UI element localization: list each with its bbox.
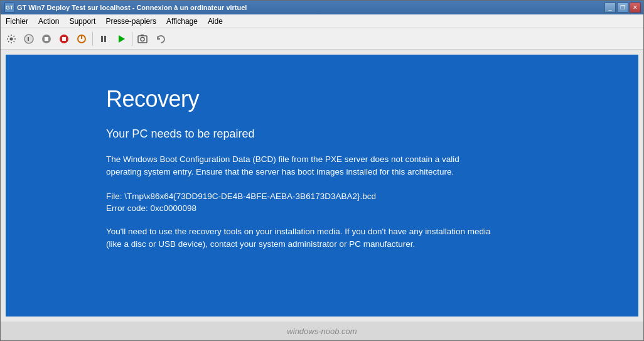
main-window: GT GT Win7 Deploy Test sur localhost - C… xyxy=(0,0,644,341)
settings-button[interactable] xyxy=(3,31,19,47)
recovery-title: Recovery xyxy=(106,86,601,112)
watermark-bar: windows-noob.com xyxy=(1,322,643,340)
svg-point-0 xyxy=(10,37,13,40)
menu-presse-papiers[interactable]: Presse-papiers xyxy=(100,14,161,28)
svg-rect-4 xyxy=(45,37,48,41)
recovery-error-code: Error code: 0xc0000098 xyxy=(106,203,601,213)
recovery-body-text: The Windows Boot Configuration Data (BCD… xyxy=(106,153,495,179)
restore-button[interactable]: ❐ xyxy=(617,3,628,13)
svg-rect-14 xyxy=(141,35,144,36)
menu-fichier[interactable]: Fichier xyxy=(1,14,33,28)
content-area: Recovery Your PC needs to be repaired Th… xyxy=(1,50,643,322)
window-title: GT Win7 Deploy Test sur localhost - Conn… xyxy=(17,4,247,11)
minimize-button[interactable]: _ xyxy=(604,3,616,13)
menu-aide[interactable]: Aide xyxy=(203,14,228,28)
screenshot-button[interactable] xyxy=(135,31,151,47)
back-button[interactable] xyxy=(21,31,37,47)
menu-affichage[interactable]: Affichage xyxy=(161,14,203,28)
power-button[interactable] xyxy=(73,31,90,47)
menu-support[interactable]: Support xyxy=(64,14,100,28)
svg-rect-10 xyxy=(104,36,106,42)
pause-button[interactable] xyxy=(95,31,112,47)
toolbar xyxy=(1,28,643,50)
svg-rect-6 xyxy=(62,37,66,41)
play-button[interactable] xyxy=(113,31,129,47)
title-bar: GT GT Win7 Deploy Test sur localhost - C… xyxy=(1,1,643,14)
undo-button[interactable] xyxy=(153,31,169,47)
title-bar-buttons: _ ❐ ✕ xyxy=(604,3,641,13)
close-button[interactable]: ✕ xyxy=(630,3,641,13)
svg-rect-2 xyxy=(28,37,29,41)
toolbar-separator-1 xyxy=(92,32,93,46)
toolbar-separator-2 xyxy=(132,32,132,46)
window-icon: GT xyxy=(4,3,14,13)
recovery-footer-text: You'll need to use the recovery tools on… xyxy=(106,225,495,251)
stop-red-button[interactable] xyxy=(56,31,72,47)
svg-rect-12 xyxy=(138,36,147,43)
menu-action[interactable]: Action xyxy=(33,14,64,28)
svg-rect-9 xyxy=(101,36,103,42)
recovery-subtitle: Your PC needs to be repaired xyxy=(106,127,601,141)
svg-point-13 xyxy=(141,37,144,41)
menu-bar: Fichier Action Support Presse-papiers Af… xyxy=(1,14,643,28)
title-bar-left: GT GT Win7 Deploy Test sur localhost - C… xyxy=(4,3,247,13)
recovery-file-info: File: \Tmp\x86x64{73DD919C-DE4B-4BFE-AEB… xyxy=(106,192,601,201)
svg-marker-11 xyxy=(119,35,125,43)
watermark-text: windows-noob.com xyxy=(287,327,357,336)
stop-button[interactable] xyxy=(38,31,55,47)
vm-screen[interactable]: Recovery Your PC needs to be repaired Th… xyxy=(6,55,638,317)
